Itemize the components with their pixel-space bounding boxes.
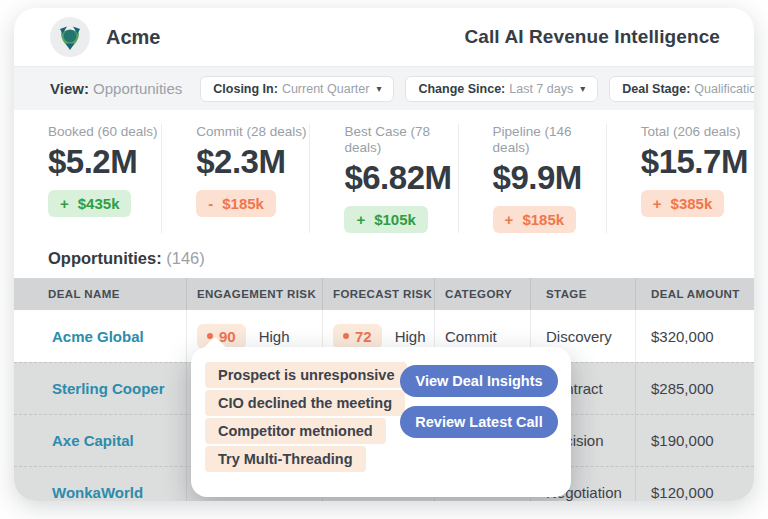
- deal-link[interactable]: Axe Capital: [52, 432, 134, 449]
- view-label: View:: [50, 80, 89, 97]
- deal-stage-value: Qualification (+14): [694, 82, 754, 96]
- delta-sign: -: [208, 195, 213, 212]
- risk-level: High: [259, 328, 290, 345]
- opportunities-count: (146): [166, 249, 205, 267]
- metric-value: $5.2M: [48, 143, 161, 181]
- delta-amount: $105k: [374, 211, 416, 228]
- filter-bar: View: Opportunities Closing In: Current …: [14, 66, 754, 110]
- forecast-risk-pill[interactable]: 72: [333, 324, 382, 349]
- delta-sign: +: [60, 195, 69, 212]
- metric-delta-badge: + $185k: [493, 206, 576, 233]
- col-header-category: CATEGORY: [434, 278, 530, 310]
- chevron-down-icon: ▾: [580, 84, 585, 94]
- metric-value: $6.82M: [344, 159, 457, 197]
- view-deal-insights-button[interactable]: View Deal Insights: [400, 365, 558, 397]
- col-header-engagement-risk: ENGAGEMENT RISK: [186, 278, 322, 310]
- metric-label: Booked (60 deals): [48, 124, 161, 140]
- metric-value: $9.9M: [493, 159, 606, 197]
- risk-score: 72: [355, 328, 372, 345]
- chevron-down-icon: ▾: [376, 84, 381, 94]
- amount-cell: $190,000: [635, 415, 754, 466]
- delta-sign: +: [505, 211, 514, 228]
- company-name: Acme: [106, 26, 160, 49]
- view-value: Opportunities: [93, 80, 182, 97]
- company-logo-icon: [50, 17, 90, 57]
- table-header-row: DEAL NAME ENGAGEMENT RISK FORECAST RISK …: [14, 278, 754, 310]
- col-header-deal-amount: DEAL AMOUNT: [635, 278, 754, 310]
- metric-value: $15.7M: [641, 143, 754, 181]
- metric-delta-badge: + $105k: [344, 206, 427, 233]
- change-since-label: Change Since:: [418, 82, 505, 96]
- metric-label: Total (206 deals): [641, 124, 754, 140]
- risk-donut-icon: [343, 333, 349, 339]
- app-header: Acme Call AI Revenue Intelligence: [14, 8, 754, 66]
- delta-sign: +: [653, 195, 662, 212]
- risk-tag: CIO declined the meeting: [205, 390, 405, 416]
- closing-in-dropdown[interactable]: Closing In: Current Quarter ▾: [200, 76, 394, 102]
- metric-delta-badge: - $185k: [196, 190, 276, 217]
- risk-level: High: [395, 328, 426, 345]
- deal-link[interactable]: Acme Global: [52, 328, 144, 345]
- deal-link[interactable]: WonkaWorld: [52, 484, 143, 501]
- deal-link[interactable]: Sterling Cooper: [52, 380, 165, 397]
- change-since-value: Last 7 days: [509, 82, 573, 96]
- delta-amount: $185k: [222, 195, 264, 212]
- metric-label: Commit (28 deals): [196, 124, 309, 140]
- change-since-dropdown[interactable]: Change Since: Last 7 days ▾: [405, 76, 598, 102]
- closing-in-label: Closing In:: [213, 82, 278, 96]
- risk-tag: Competitor metnioned: [205, 418, 386, 444]
- metric-pipeline: Pipeline (146 deals) $9.9M + $185k: [458, 124, 606, 233]
- metric-delta-badge: + $435k: [48, 190, 131, 217]
- metric-best-case: Best Case (78 deals) $6.82M + $105k: [309, 124, 457, 233]
- col-header-deal-name: DEAL NAME: [14, 278, 186, 310]
- risk-insights-popup: Prospect is unresponsive CIO declined th…: [191, 347, 571, 497]
- page-title: Call AI Revenue Intelligence: [464, 26, 720, 48]
- amount-cell: $120,000: [635, 467, 754, 501]
- col-header-stage: STAGE: [530, 278, 635, 310]
- metric-label: Best Case (78 deals): [344, 124, 457, 156]
- risk-tag: Try Multi-Threading: [205, 446, 366, 472]
- delta-amount: $185k: [522, 211, 564, 228]
- metric-delta-badge: + $385k: [641, 190, 724, 217]
- metrics-row: Booked (60 deals) $5.2M + $435k Commit (…: [14, 110, 754, 245]
- metric-value: $2.3M: [196, 143, 309, 181]
- risk-score: 90: [219, 328, 236, 345]
- risk-tag: Prospect is unresponsive: [205, 362, 407, 388]
- view-selector: View: Opportunities: [50, 80, 182, 97]
- dashboard-card: Acme Call AI Revenue Intelligence View: …: [14, 8, 754, 501]
- metric-total: Total (206 deals) $15.7M + $385k: [606, 124, 754, 233]
- metric-commit: Commit (28 deals) $2.3M - $185k: [161, 124, 309, 233]
- popup-buttons: View Deal Insights Review Latest Call: [400, 365, 558, 438]
- amount-cell: $285,000: [635, 363, 754, 414]
- delta-amount: $385k: [671, 195, 713, 212]
- metric-label: Pipeline (146 deals): [493, 124, 606, 156]
- deal-stage-dropdown[interactable]: Deal Stage: Qualification (+14) ▾: [609, 76, 754, 102]
- delta-amount: $435k: [78, 195, 120, 212]
- closing-in-value: Current Quarter: [282, 82, 370, 96]
- opportunities-heading: Opportunities: (146): [14, 245, 754, 278]
- metric-booked: Booked (60 deals) $5.2M + $435k: [14, 124, 161, 233]
- deal-stage-label: Deal Stage:: [622, 82, 690, 96]
- delta-sign: +: [356, 211, 365, 228]
- amount-cell: $320,000: [635, 310, 754, 362]
- review-latest-call-button[interactable]: Review Latest Call: [400, 406, 558, 438]
- col-header-forecast-risk: FORECAST RISK: [322, 278, 434, 310]
- opportunities-label: Opportunities:: [48, 249, 162, 267]
